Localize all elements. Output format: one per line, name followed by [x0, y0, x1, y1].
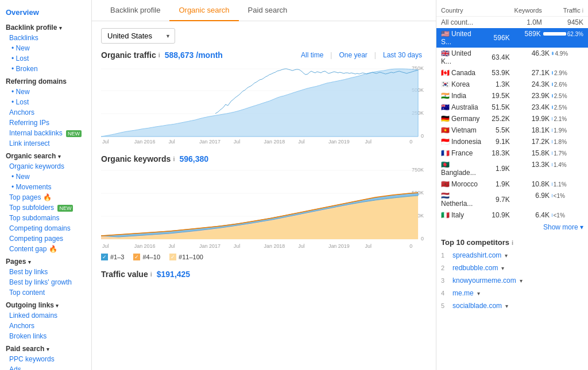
table-row-all-countries[interactable]: All count... 1.0M 945K: [436, 17, 588, 29]
sidebar-item-competing-domains[interactable]: Competing domains: [0, 223, 91, 233]
sidebar-item-competing-pages[interactable]: Competing pages: [0, 233, 91, 244]
country-traffic: 24.3K 2.6%: [514, 79, 588, 90]
competitor-item[interactable]: 2 redbubble.com ▾: [441, 262, 583, 274]
competitor-name: knowyourmeme.com: [452, 276, 516, 285]
table-row[interactable]: 🇰🇷Korea 1.3K 24.3K 2.6%: [436, 79, 588, 90]
country-select-wrap[interactable]: United States All countries United Kingd…: [101, 28, 175, 44]
competitor-item[interactable]: 4 me.me ▾: [441, 287, 583, 299]
tabs-bar: Backlink profile Organic search Paid sea…: [92, 0, 436, 21]
sidebar-item-internal-backlinks[interactable]: Internal backlinks NEW: [0, 128, 91, 138]
sidebar-item-ads[interactable]: Ads: [0, 364, 91, 370]
competitor-item[interactable]: 3 knowyourmeme.com ▾: [441, 274, 583, 287]
sidebar-section-referring-domains[interactable]: Referring domains: [0, 74, 91, 87]
table-row[interactable]: 🇫🇷France 18.3K 15.8K 1.7%: [436, 147, 588, 159]
country-traffic: 23.4K 2.5%: [514, 102, 588, 113]
legend-checkbox-1-3[interactable]: ✓: [101, 254, 108, 260]
table-row[interactable]: 🇩🇪Germany 25.2K 19.9K 2.1%: [436, 113, 588, 124]
sidebar-item-outgoing-anchors[interactable]: Anchors: [0, 321, 91, 331]
legend-item-1-3[interactable]: ✓ #1–3: [101, 254, 124, 260]
time-filter-all[interactable]: All time: [301, 51, 323, 59]
country-name: 🇺🇸United S...: [436, 28, 487, 48]
sidebar-section-outgoing-links[interactable]: Outgoing links ▾: [0, 298, 91, 310]
svg-text:Jul: Jul: [102, 139, 109, 143]
country-flag: 🇺🇸: [441, 30, 450, 38]
organic-keywords-value: 596,380: [179, 154, 208, 163]
table-row[interactable]: 🇮🇹Italy 10.9K 6.4K <1%: [436, 209, 588, 221]
table-row[interactable]: 🇮🇳India 19.5K 23.9K 2.5%: [436, 90, 588, 102]
sidebar-item-broken-backlinks[interactable]: Broken: [0, 64, 91, 74]
sidebar-item-link-intersect[interactable]: Link intersect: [0, 138, 91, 149]
new-badge-subfolders: NEW: [57, 205, 73, 212]
sidebar-item-organic-keywords[interactable]: Organic keywords: [0, 161, 91, 172]
table-row[interactable]: 🇬🇧United K... 63.4K 46.3K 4.9%: [436, 48, 588, 67]
country-flag: 🇫🇷: [441, 149, 450, 157]
table-row[interactable]: 🇨🇦Canada 53.9K 27.1K 2.9%: [436, 67, 588, 79]
sidebar-item-backlinks[interactable]: Backlinks: [0, 33, 91, 43]
country-name: 🇮🇳India: [436, 90, 487, 102]
svg-text:0: 0: [421, 133, 424, 139]
tab-organic-search[interactable]: Organic search: [169, 0, 238, 21]
table-row[interactable]: 🇳🇱Netherla... 9.7K 6.9K <1%: [436, 190, 588, 209]
country-select[interactable]: United States All countries United Kingd…: [101, 28, 175, 44]
legend-item-11-100[interactable]: ✓ #11–100: [169, 254, 203, 260]
competitor-item[interactable]: 1 spreadshirt.com ▾: [441, 249, 583, 262]
organic-keywords-info-icon: i: [173, 155, 175, 162]
table-row[interactable]: 🇻🇳Vietnam 5.5K 18.1K 1.9%: [436, 124, 588, 136]
competitor-dropdown-icon[interactable]: ▾: [501, 265, 504, 271]
tab-backlink-profile[interactable]: Backlink profile: [101, 0, 169, 21]
country-filter-wrap: United States All countries United Kingd…: [101, 28, 427, 44]
competitor-dropdown-icon[interactable]: ▾: [477, 290, 480, 297]
sidebar-section-paid-search[interactable]: Paid search ▾: [0, 341, 91, 354]
table-row[interactable]: 🇦🇺Australia 51.5K 23.4K 2.5%: [436, 102, 588, 113]
all-countries-traffic: 945K: [547, 17, 588, 29]
country-flag: 🇨🇦: [441, 69, 450, 77]
country-flag: 🇮🇹: [441, 211, 450, 219]
sidebar-section-organic-search[interactable]: Organic search ▾: [0, 149, 91, 161]
country-flag: 🇩🇪: [441, 115, 450, 123]
traffic-value-amount: $191,425: [157, 270, 190, 279]
sidebar-item-new-backlinks[interactable]: New: [0, 43, 91, 53]
sidebar-item-movements[interactable]: Movements: [0, 182, 91, 192]
traffic-chart-svg: 750K 500K 250K 0 Jul Jan 2016 Jul Jan 20…: [101, 63, 427, 143]
tab-paid-search[interactable]: Paid search: [239, 0, 297, 21]
legend-item-4-10[interactable]: ✓ #4–10: [133, 254, 160, 260]
all-countries-label: All count...: [436, 17, 494, 29]
competitor-item[interactable]: 5 socialblade.com ▾: [441, 299, 583, 312]
time-filter-one-year[interactable]: One year: [339, 51, 367, 59]
time-filter-last-30[interactable]: Last 30 days: [383, 51, 422, 59]
country-name: 🇲🇦Morocco: [436, 178, 487, 190]
legend-checkbox-4-10[interactable]: ✓: [133, 254, 140, 260]
sidebar-item-linked-domains[interactable]: Linked domains: [0, 310, 91, 321]
sidebar-item-new-organic[interactable]: New: [0, 172, 91, 182]
sidebar-section-pages[interactable]: Pages ▾: [0, 254, 91, 267]
table-row[interactable]: 🇺🇸United S... 596K 589K 62.3%: [436, 28, 588, 48]
table-row[interactable]: 🇧🇩Banglade... 1.9K 13.3K 1.4%: [436, 159, 588, 178]
sidebar-item-referring-ips[interactable]: Referring IPs: [0, 118, 91, 128]
sidebar-item-lost-referring[interactable]: Lost: [0, 97, 91, 107]
legend-label-1-3: #1–3: [110, 254, 124, 260]
sidebar-item-ppc-keywords[interactable]: PPC keywords: [0, 354, 91, 364]
table-row[interactable]: 🇮🇩Indonesia 9.1K 17.2K 1.8%: [436, 136, 588, 147]
competitor-dropdown-icon[interactable]: ▾: [505, 252, 508, 259]
sidebar-item-top-content[interactable]: Top content: [0, 287, 91, 298]
table-row[interactable]: 🇲🇦Morocco 1.9K 10.8K 1.1%: [436, 178, 588, 190]
sidebar-item-top-pages[interactable]: Top pages 🔥: [0, 192, 91, 202]
country-name: 🇰🇷Korea: [436, 79, 487, 90]
sidebar-item-lost-backlinks[interactable]: Lost: [0, 53, 91, 64]
sidebar-overview[interactable]: Overview: [0, 5, 91, 20]
sidebar-item-best-by-links[interactable]: Best by links: [0, 267, 91, 277]
sidebar-item-content-gap[interactable]: Content gap 🔥: [0, 244, 91, 254]
sidebar-item-anchors[interactable]: Anchors: [0, 107, 91, 118]
sidebar-item-top-subfolders[interactable]: Top subfolders NEW: [0, 202, 91, 213]
country-rows-table: 🇺🇸United S... 596K 589K 62.3% 🇬🇧United K…: [436, 28, 588, 221]
sidebar-item-broken-links[interactable]: Broken links: [0, 331, 91, 341]
sidebar-item-new-referring[interactable]: New: [0, 87, 91, 97]
sidebar-section-backlink-profile[interactable]: Backlink profile ▾: [0, 20, 91, 33]
legend-checkbox-11-100[interactable]: ✓: [169, 254, 176, 260]
show-more-button[interactable]: Show more ▾: [436, 221, 588, 233]
competitor-dropdown-icon[interactable]: ▾: [505, 303, 508, 309]
competitor-dropdown-icon[interactable]: ▾: [520, 278, 523, 284]
sidebar-item-best-by-links-growth[interactable]: Best by links' growth: [0, 277, 91, 287]
competitor-name: socialblade.com: [452, 302, 502, 310]
sidebar-item-top-subdomains[interactable]: Top subdomains: [0, 213, 91, 223]
